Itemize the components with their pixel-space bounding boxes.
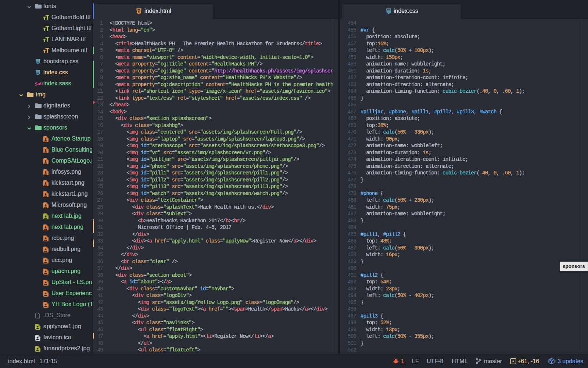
svg-text:Sass: Sass <box>35 81 43 86</box>
